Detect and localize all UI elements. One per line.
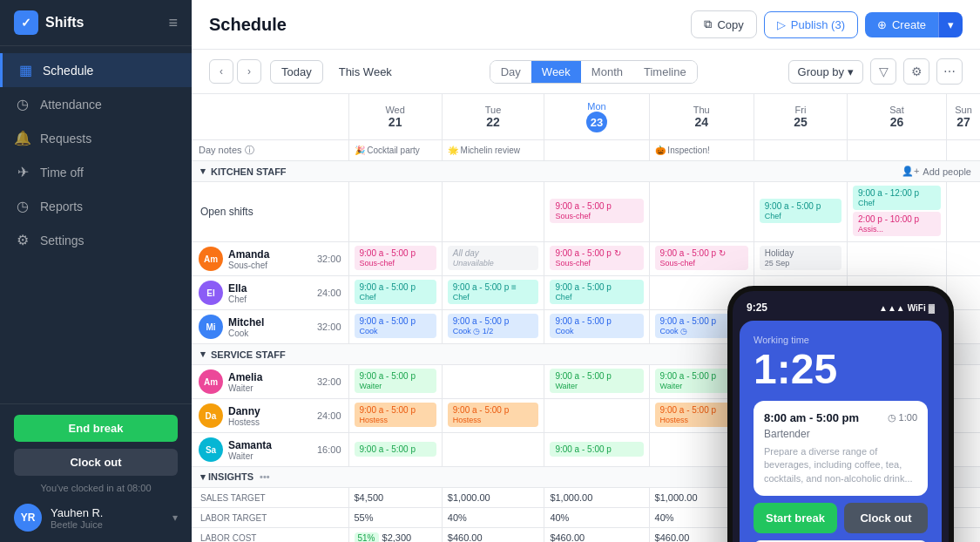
staff-hours-samanta: 16:00 [317, 444, 341, 455]
insights-cell: $1,000.00 [544, 488, 649, 508]
clock-out-button[interactable]: Clock out [14, 449, 178, 476]
shift-chip[interactable]: 9:00 a - 5:00 pSous-chef [355, 246, 436, 270]
shift-chip[interactable]: 9:00 a - 5:00 pCook [550, 314, 643, 338]
shift-description: Prepare a diverse range of beverages, in… [764, 445, 917, 485]
shift-chip[interactable]: 9:00 a - 5:00 pCook [355, 314, 436, 338]
staff-role-danny: Hostess [228, 417, 260, 427]
next-button[interactable]: › [237, 59, 261, 84]
kitchen-staff-label: ▾ KITCHEN STAFF [200, 166, 287, 177]
start-break-button[interactable]: Start break [754, 503, 837, 533]
publish-button[interactable]: ▷ Publish (3) [764, 11, 858, 38]
schedule-icon: ▦ [17, 62, 34, 78]
shift-chip[interactable]: 9:00 a - 5:00 p ≡Chef [448, 280, 539, 304]
chevron-down-icon: ▾ [200, 471, 206, 482]
insights-cell: 40% [442, 508, 544, 528]
toolbar-right: Group by ▾ ▽ ⚙ ⋯ [788, 58, 963, 85]
staff-role-samanta: Waiter [228, 451, 272, 461]
shift-chip[interactable]: Holiday25 Sep [760, 246, 841, 270]
open-shift-sun [947, 182, 980, 242]
end-break-button[interactable]: End break [14, 415, 178, 442]
open-shift-mon: 9:00 a - 5:00 pSous-chef [544, 182, 649, 242]
day-note-fri [754, 140, 847, 161]
prev-button[interactable]: ‹ [209, 59, 233, 84]
create-button[interactable]: ⊕ Create [865, 12, 938, 37]
tab-day[interactable]: Day [490, 61, 531, 83]
main-header: Schedule ⧉ Copy ▷ Publish (3) ⊕ Create ▾ [192, 0, 980, 50]
staff-name-amelia: Amelia [228, 371, 262, 383]
chevron-down-icon: ▾ [172, 512, 178, 524]
copy-button[interactable]: ⧉ Copy [691, 10, 756, 38]
settings-button[interactable]: ⚙ [903, 58, 929, 85]
user-profile[interactable]: YR Yauhen R. Beetle Juice ▾ [14, 504, 178, 532]
page-title: Schedule [209, 15, 287, 35]
sidebar-item-label: Attendance [40, 98, 102, 112]
staff-role-mitchel: Cook [228, 329, 264, 338]
shift-chip[interactable]: 9:00 a - 5:00 pHostess [448, 403, 539, 427]
phone-content: Working time 1:25 8:00 am - 5:00 pm ◷ 1:… [740, 321, 942, 542]
filter-button[interactable]: ▽ [870, 58, 896, 85]
sidebar-item-schedule[interactable]: ▦ Schedule [0, 53, 192, 87]
working-time-label: Working time [754, 335, 928, 345]
shift-chip[interactable]: 9:00 a - 5:00 pChef [355, 280, 436, 304]
avatar-danny: Da [199, 403, 223, 428]
user-name: Yauhen R. [51, 506, 164, 519]
more-button[interactable]: ⋯ [936, 58, 963, 85]
shift-card: 8:00 am - 5:00 pm ◷ 1:00 Bartender Prepa… [754, 401, 928, 496]
avatar-samanta: Sa [199, 437, 223, 462]
clock-out-phone-button[interactable]: Clock out [844, 503, 928, 533]
staff-name-mitchel: Mitchel [228, 316, 264, 329]
sidebar: ✓ Shifts ≡ ▦ Schedule ◷ Attendance 🔔 Req… [0, 0, 192, 542]
today-button[interactable]: Today [270, 60, 323, 84]
avatar-amelia: Am [199, 369, 223, 394]
col-header-thu: Thu24 [649, 94, 754, 140]
shift-chip[interactable]: 9:00 a - 5:00 pWaiter [355, 369, 436, 393]
col-header-label [192, 94, 348, 140]
tab-timeline[interactable]: Timeline [633, 61, 697, 83]
staff-role-amanda: Sous-chef [228, 261, 269, 270]
requests-icon: 🔔 [14, 130, 31, 146]
shift-chip[interactable]: 9:00 a - 5:00 p [550, 442, 643, 457]
insights-label-sales: SALES TARGET [192, 488, 348, 508]
staff-row-amanda: Am Amanda Sous-chef 32:00 9:00 a - 5:00 … [192, 242, 980, 276]
col-header-fri: Fri25 [754, 94, 847, 140]
col-header-sun: Sun27 [947, 94, 980, 140]
create-button-group: ⊕ Create ▾ [865, 12, 963, 37]
avatar-ella: El [199, 281, 223, 305]
sidebar-item-attendance[interactable]: ◷ Attendance [0, 87, 192, 121]
phone-time: 9:25 [747, 301, 767, 314]
sidebar-item-label: Schedule [43, 64, 93, 78]
shift-chip[interactable]: 9:00 a - 5:00 pWaiter [550, 369, 643, 393]
sidebar-item-settings[interactable]: ⚙ Settings [0, 223, 192, 257]
open-shift-chip[interactable]: 9:00 a - 5:00 pChef [760, 199, 841, 223]
phone-action-buttons: Start break Clock out [754, 503, 928, 540]
tab-week[interactable]: Week [531, 61, 581, 83]
staff-name-ella: Ella [228, 282, 247, 295]
sidebar-item-reports[interactable]: ◷ Reports [0, 189, 192, 223]
day-note-sun [947, 140, 980, 161]
col-header-sat: Sat26 [848, 94, 947, 140]
sidebar-item-requests[interactable]: 🔔 Requests [0, 121, 192, 155]
tab-month[interactable]: Month [581, 61, 633, 83]
staff-name-danny: Danny [228, 405, 260, 417]
sidebar-item-time-off[interactable]: ✈ Time off [0, 155, 192, 189]
shift-chip[interactable]: 9:00 a - 5:00 pChef [550, 280, 643, 304]
shift-chip[interactable]: All dayUnavailable [448, 246, 539, 270]
nav-arrows: ‹ › [209, 59, 261, 84]
open-shift-chip2[interactable]: 2:00 p - 10:00 pAssis... [853, 212, 941, 236]
menu-icon[interactable]: ≡ [168, 14, 178, 32]
shift-chip[interactable]: 9:00 a - 5:00 pHostess [355, 403, 436, 427]
open-shift-chip[interactable]: 9:00 a - 12:00 pChef [853, 186, 941, 210]
group-by-button[interactable]: Group by ▾ [788, 60, 863, 84]
shift-chip[interactable]: 9:00 a - 5:00 p [355, 442, 436, 457]
sidebar-item-label: Time off [40, 166, 84, 180]
sidebar-item-label: Settings [40, 234, 84, 247]
create-dropdown-button[interactable]: ▾ [938, 12, 963, 37]
add-people-button[interactable]: 👤+ Add people [902, 166, 971, 177]
shift-chip[interactable]: 9:00 a - 5:00 p ↻Sous-chef [550, 246, 643, 270]
shift-chip[interactable]: 9:00 a - 5:00 p ↻Sous-chef [655, 246, 748, 270]
insights-label-labor-cost: LABOR COST [192, 528, 348, 543]
shift-chip[interactable]: 9:00 a - 5:00 pCook ◷ 1/2 [448, 314, 539, 338]
time-off-icon: ✈ [14, 164, 31, 180]
insights-cell: $460.00 [544, 528, 649, 543]
open-shift-chip[interactable]: 9:00 a - 5:00 pSous-chef [550, 199, 643, 223]
